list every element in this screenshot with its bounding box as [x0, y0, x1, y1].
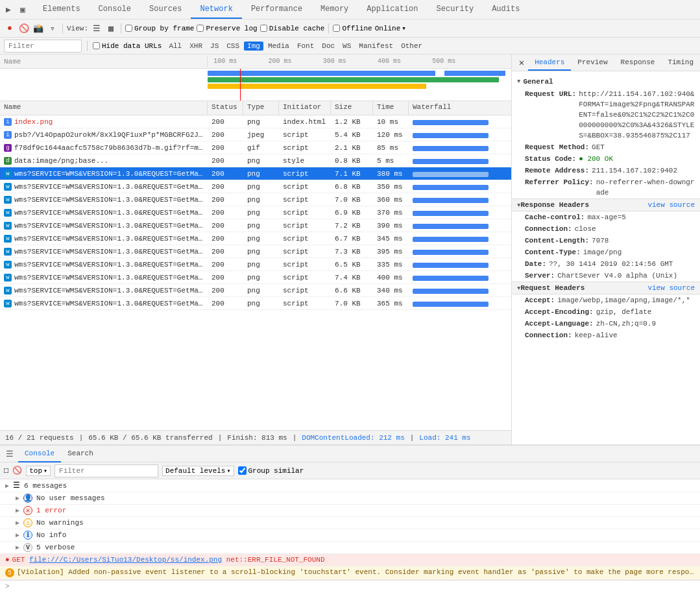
- record-button[interactable]: ●: [4, 23, 16, 34]
- console-levels-select[interactable]: Default levels ▾: [162, 466, 234, 476]
- throttle-dropdown[interactable]: Online ▾: [375, 24, 406, 32]
- error-message-row[interactable]: ● GET file:///C:/Users/SiTuo13/Desktop/s…: [0, 554, 700, 566]
- group-similar-checkbox[interactable]: Group similar: [238, 466, 304, 475]
- no-warnings-row[interactable]: ▶ ⚠ No warnings: [0, 517, 700, 529]
- tab-network[interactable]: Network: [191, 0, 241, 19]
- violation-message-row[interactable]: 5 [Violation] Added non-passive event li…: [0, 566, 700, 580]
- filter-xhr[interactable]: XHR: [186, 42, 206, 51]
- tick-300: 300 ms: [323, 58, 346, 65]
- view-source-request[interactable]: view source: [647, 284, 695, 292]
- console-filter-input[interactable]: [54, 464, 158, 477]
- table-row[interactable]: w wms?SERVICE=WMS&VERSION=1.3.0&REQUEST=…: [0, 258, 511, 271]
- header-type[interactable]: Type: [243, 101, 279, 115]
- tab-console[interactable]: Console: [90, 0, 140, 19]
- table-row[interactable]: w wms?SERVICE=WMS&VERSION=1.3.0&REQUEST=…: [0, 206, 511, 219]
- preserve-log-checkbox[interactable]: Preserve log: [197, 25, 257, 32]
- console-context-select[interactable]: top ▾: [26, 466, 51, 476]
- general-section-title[interactable]: General: [512, 75, 700, 88]
- close-panel-button[interactable]: ✕: [515, 54, 528, 71]
- error-file-link[interactable]: file:///C:/Users/SiTuo13/Desktop/ss/inde…: [29, 556, 222, 564]
- violation-badge: 5: [5, 568, 14, 577]
- console-messages-group[interactable]: ▶ ☰ 6 messages: [0, 479, 700, 492]
- table-row[interactable]: w wms?SERVICE=WMS&VERSION=1.3.0&REQUEST=…: [0, 180, 511, 193]
- table-row[interactable]: w wms?SERVICE=WMS&VERSION=1.3.0&REQUEST=…: [0, 232, 511, 245]
- console-input-row[interactable]: >: [0, 580, 700, 592]
- cell-name: w wms?SERVICE=WMS&VERSION=1.3.0&REQUEST=…: [0, 169, 208, 179]
- filter-media[interactable]: Media: [265, 42, 293, 51]
- table-row[interactable]: w wms?SERVICE=WMS&VERSION=1.3.0&REQUEST=…: [0, 271, 511, 284]
- view-source-response[interactable]: view source: [647, 201, 695, 209]
- disable-cache-input[interactable]: [260, 25, 267, 32]
- table-row[interactable]: w wms?SERVICE=WMS&VERSION=1.3.0&REQUEST=…: [0, 193, 511, 206]
- dom-content-loaded[interactable]: DOMContentLoaded: 212 ms: [302, 434, 404, 442]
- no-user-messages-row[interactable]: ▶ 👤 No user messages: [0, 492, 700, 505]
- group-by-frame-checkbox[interactable]: Group by frame: [125, 25, 194, 32]
- filter-css[interactable]: CSS: [223, 42, 243, 51]
- header-name[interactable]: Name: [0, 101, 208, 115]
- table-row[interactable]: w wms?SERVICE=WMS&VERSION=1.3.0&REQUEST=…: [0, 245, 511, 258]
- camera-button[interactable]: 📸: [32, 23, 44, 34]
- tab-performance[interactable]: Performance: [242, 0, 311, 19]
- table-row[interactable]: i psb?/V14OpapO2urokM/8xXl9QF1uxP*p*MGBC…: [0, 128, 511, 141]
- tab-security[interactable]: Security: [428, 0, 483, 19]
- clear-button[interactable]: 🚫: [18, 23, 30, 34]
- table-row[interactable]: w wms?SERVICE=WMS&VERSION=1.3.0&REQUEST=…: [0, 297, 511, 310]
- view-list-icon[interactable]: ☰: [91, 23, 103, 34]
- header-waterfall[interactable]: Waterfall: [409, 101, 511, 115]
- table-row[interactable]: w wms?SERVICE=WMS&VERSION=1.3.0&REQUEST=…: [0, 219, 511, 232]
- filter-doc[interactable]: Doc: [319, 42, 338, 51]
- group-by-frame-input[interactable]: [125, 25, 132, 32]
- disable-cache-checkbox[interactable]: Disable cache: [260, 25, 325, 32]
- group-similar-input[interactable]: [238, 466, 247, 475]
- table-row[interactable]: g f78df9c1644aacfc5758c79b86363d7b-m.gif…: [0, 141, 511, 154]
- header-time[interactable]: Time: [373, 101, 409, 115]
- load-time[interactable]: Load: 241 ms: [419, 434, 470, 442]
- cell-size: 6.8 KB: [331, 182, 373, 192]
- filter-ws[interactable]: WS: [339, 42, 354, 51]
- hide-data-urls-checkbox[interactable]: Hide data URLs: [93, 42, 162, 50]
- tab-memory[interactable]: Memory: [311, 0, 357, 19]
- response-headers-title[interactable]: Response Headers: [517, 201, 589, 209]
- table-row[interactable]: d data:image/png;base... 200 png style 0…: [0, 154, 511, 167]
- filter-input[interactable]: [4, 40, 82, 53]
- console-tab-console[interactable]: Console: [18, 446, 61, 462]
- tab-preview[interactable]: Preview: [571, 54, 614, 71]
- filter-img[interactable]: Img: [244, 42, 263, 51]
- filter-js[interactable]: JS: [207, 42, 222, 51]
- filter-manifest[interactable]: Manifest: [356, 42, 396, 51]
- console-block-icon[interactable]: 🚫: [12, 466, 22, 475]
- inspect-icon[interactable]: ▶: [3, 4, 14, 16]
- console-tab-search[interactable]: Search: [61, 446, 100, 462]
- tab-sources[interactable]: Sources: [140, 0, 191, 19]
- filter-button[interactable]: ▿: [47, 23, 58, 34]
- tab-application[interactable]: Application: [357, 0, 427, 19]
- offline-checkbox[interactable]: Offline: [333, 25, 372, 32]
- view-screenshot-icon[interactable]: ▦: [105, 23, 117, 34]
- no-info-row[interactable]: ▶ ℹ No info: [0, 529, 700, 542]
- offline-input[interactable]: [333, 25, 340, 32]
- filter-font[interactable]: Font: [294, 42, 317, 51]
- filter-other[interactable]: Other: [398, 42, 426, 51]
- table-row[interactable]: w wms?SERVICE=WMS&VERSION=1.3.0&REQUEST=…: [0, 284, 511, 297]
- verbose-count-row[interactable]: ▶ V 5 verbose: [0, 542, 700, 554]
- filter-types: All XHR JS CSS Img Media Font Doc WS Man…: [165, 42, 426, 51]
- table-row[interactable]: i index.png 200 png index.html 1.2 KB 10…: [0, 115, 511, 128]
- header-status[interactable]: Status: [208, 101, 243, 115]
- header-size[interactable]: Size: [331, 101, 373, 115]
- tab-timing[interactable]: Timing: [661, 54, 700, 71]
- header-initiator[interactable]: Initiator: [279, 101, 331, 115]
- console-settings-icon[interactable]: ☰: [4, 448, 16, 460]
- tab-elements[interactable]: Elements: [34, 0, 90, 19]
- tab-headers[interactable]: Headers: [528, 54, 571, 71]
- device-icon[interactable]: ▣: [17, 4, 29, 16]
- filter-all[interactable]: All: [165, 42, 185, 51]
- error-count-row[interactable]: ▶ ✕ 1 error: [0, 505, 700, 517]
- preserve-log-input[interactable]: [197, 25, 204, 32]
- tab-audits[interactable]: Audits: [483, 0, 529, 19]
- cell-name: w wms?SERVICE=WMS&VERSION=1.3.0&REQUEST=…: [0, 208, 208, 218]
- hide-data-urls-input[interactable]: [93, 42, 100, 49]
- table-row[interactable]: w wms?SERVICE=WMS&VERSION=1.3.0&REQUEST=…: [0, 167, 511, 180]
- cell-name: w wms?SERVICE=WMS&VERSION=1.3.0&REQUEST=…: [0, 182, 208, 192]
- request-headers-title[interactable]: Request Headers: [517, 284, 585, 292]
- tab-response[interactable]: Response: [614, 54, 662, 71]
